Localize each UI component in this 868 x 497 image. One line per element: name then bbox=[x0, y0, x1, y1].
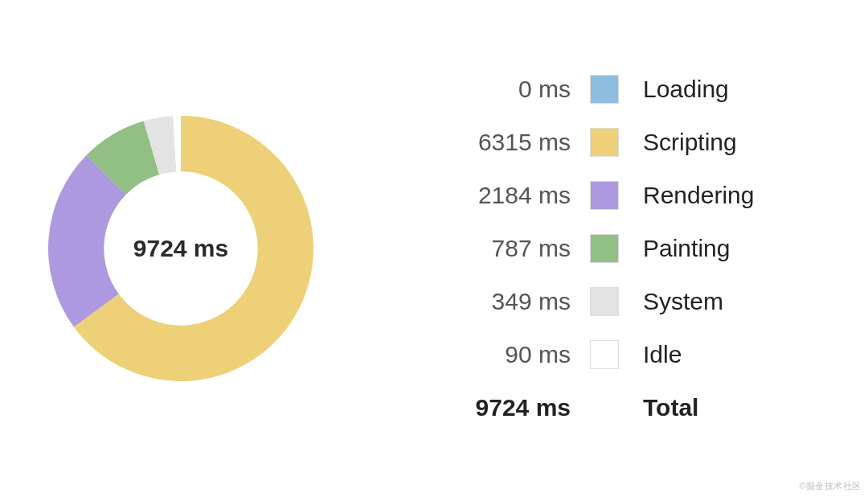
legend-label: Rendering bbox=[643, 182, 754, 209]
legend-value: 90 ms bbox=[442, 341, 571, 368]
legend-swatch bbox=[590, 340, 619, 369]
legend-swatch bbox=[590, 287, 619, 316]
legend-label: Painting bbox=[643, 235, 730, 262]
legend-swatch bbox=[590, 234, 619, 263]
legend-row-rendering: 2184 msRendering bbox=[442, 181, 754, 210]
legend-label: Idle bbox=[643, 341, 682, 368]
legend-total-swatch bbox=[590, 393, 619, 422]
legend-swatch bbox=[590, 181, 619, 210]
legend-row-idle: 90 msIdle bbox=[442, 340, 754, 369]
legend-total-label: Total bbox=[643, 394, 698, 421]
legend-value: 349 ms bbox=[442, 288, 571, 315]
watermark: ©掘金技术社区 bbox=[799, 480, 862, 492]
legend-label: Loading bbox=[643, 76, 729, 103]
legend-row-loading: 0 msLoading bbox=[442, 75, 754, 104]
donut-chart: 9724 ms bbox=[48, 116, 313, 381]
legend-row-system: 349 msSystem bbox=[442, 287, 754, 316]
legend-value: 6315 ms bbox=[442, 129, 571, 156]
legend-swatch bbox=[590, 75, 619, 104]
legend: 0 msLoading6315 msScripting2184 msRender… bbox=[442, 75, 754, 422]
legend-label: Scripting bbox=[643, 129, 737, 156]
legend-value: 0 ms bbox=[442, 76, 571, 103]
donut-center-total: 9724 ms bbox=[133, 235, 228, 262]
legend-label: System bbox=[643, 288, 723, 315]
legend-value: 787 ms bbox=[442, 235, 571, 262]
legend-row-total: 9724 msTotal bbox=[442, 393, 754, 422]
legend-swatch bbox=[590, 128, 619, 157]
legend-total-value: 9724 ms bbox=[442, 394, 571, 421]
legend-value: 2184 ms bbox=[442, 182, 571, 209]
legend-row-scripting: 6315 msScripting bbox=[442, 128, 754, 157]
legend-row-painting: 787 msPainting bbox=[442, 234, 754, 263]
